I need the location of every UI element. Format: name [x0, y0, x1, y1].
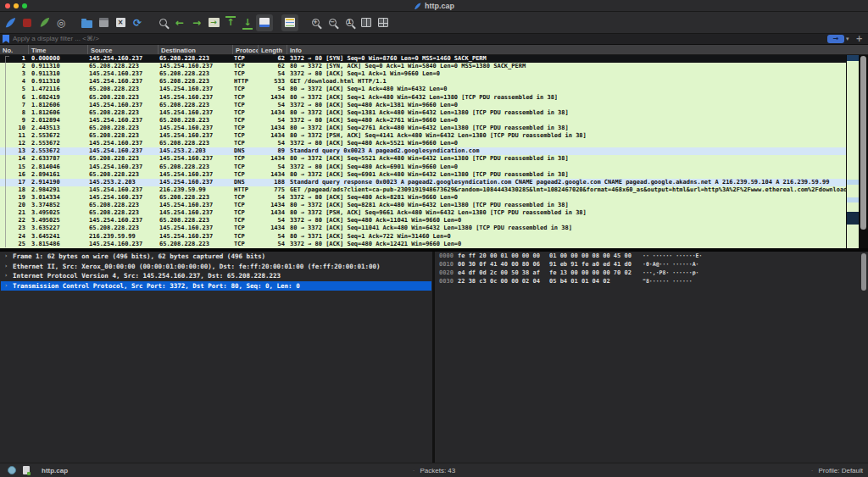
zoom-original-button[interactable]: 1 [341, 14, 358, 31]
main-toolbar: ◎×⟳←→→↑↓+−1 [0, 12, 868, 33]
title-bar: http.cap [0, 0, 868, 12]
status-profile[interactable]: ·Profile: Default [811, 467, 863, 474]
restart-capture-button[interactable] [36, 14, 53, 31]
packet-row[interactable]: 71.812606145.254.160.23765.208.228.223TC… [0, 102, 846, 109]
packet-dst: 65.208.228.223 [158, 70, 232, 78]
packet-row[interactable]: 193.014334145.254.160.23765.208.228.223T… [0, 194, 846, 202]
detail-row[interactable]: ›Frame 1: 62 bytes on wire (496 bits), 6… [1, 252, 431, 262]
zoom-in-button[interactable]: + [307, 14, 324, 31]
expand-arrow-icon[interactable]: › [4, 252, 8, 262]
packet-info: 80 → 3372 [SYN, ACK] Seq=0 Ack=1 Win=584… [287, 63, 846, 70]
column-header-protocol[interactable]: Protocol [232, 45, 258, 54]
save-file-button[interactable] [95, 14, 112, 31]
column-header-length[interactable]: Length [258, 45, 287, 54]
packet-row[interactable]: 172.914190145.253.2.203145.254.160.237DN… [0, 179, 846, 186]
packet-row[interactable]: 102.44351365.208.228.223145.254.160.237T… [0, 125, 846, 132]
packet-row[interactable]: 243.645241216.239.59.99145.254.160.237TC… [0, 233, 846, 241]
packet-row[interactable]: 112.55367265.208.228.223145.254.160.237T… [0, 132, 846, 140]
resize-columns-button[interactable] [358, 14, 375, 31]
detail-row[interactable]: ›Ethernet II, Src: Xerox_00:00:00 (00:00… [1, 262, 431, 272]
packet-row[interactable]: 61.68241965.208.228.223145.254.160.237TC… [0, 94, 846, 102]
column-header-info[interactable]: Info [287, 45, 868, 54]
display-filter-bar: Apply a display filter ... <⌘/> → ▾ + [0, 33, 868, 45]
packet-row[interactable]: 40.911310145.254.160.23765.208.228.223HT… [0, 78, 846, 86]
packet-row[interactable]: 81.81260665.208.228.223145.254.160.237TC… [0, 109, 846, 117]
hex-line[interactable]: 003022 38 c3 0c 00 00 02 0405 b4 01 01 0… [435, 277, 868, 286]
minimap-band [847, 212, 860, 225]
packet-proto: TCP [232, 225, 258, 232]
packet-no: 3 [0, 70, 28, 78]
packet-row[interactable]: 233.63522765.208.228.223145.254.160.237T… [0, 225, 846, 232]
packet-row[interactable]: 20.91131065.208.228.223145.254.160.237TC… [0, 63, 846, 70]
auto-scroll-button[interactable] [256, 14, 273, 31]
packet-src: 65.208.228.223 [87, 155, 158, 163]
add-filter-button[interactable]: + [856, 35, 863, 43]
packet-time: 3.815486 [28, 241, 87, 248]
go-to-bottom-button[interactable]: ↓ [239, 14, 256, 31]
go-back-button[interactable]: ← [171, 14, 188, 31]
packet-row[interactable]: 10.000000145.254.160.23765.208.228.223TC… [0, 55, 846, 63]
capture-options-button[interactable]: ◎ [53, 14, 70, 31]
zoom-out-button[interactable]: − [324, 14, 341, 31]
start-capture-button[interactable] [2, 14, 19, 31]
column-header-time[interactable]: Time [28, 45, 87, 54]
packet-dst: 145.254.160.237 [158, 233, 232, 241]
display-filter-input[interactable]: Apply a display filter ... <⌘/> [13, 33, 827, 45]
detail-row[interactable]: ›Internet Protocol Version 4, Src: 145.2… [1, 271, 431, 281]
column-header-no[interactable]: No. [0, 45, 28, 54]
packet-src: 65.208.228.223 [87, 109, 158, 117]
go-forward-button[interactable]: → [188, 14, 205, 31]
expand-arrow-icon[interactable]: › [4, 281, 8, 291]
apply-filter-button[interactable]: → [827, 35, 844, 43]
packet-time: 2.894161 [28, 171, 87, 179]
hex-line[interactable]: 001000 30 0f 41 40 00 80 0691 eb 91 fe a… [435, 260, 868, 269]
expand-arrow-icon[interactable]: › [4, 262, 8, 272]
packet-list-scrollbar[interactable] [859, 55, 868, 248]
packet-row[interactable]: 142.63378765.208.228.223145.254.160.237T… [0, 155, 846, 163]
status-packet-count: ·Packets: 43 [0, 467, 868, 474]
packet-row[interactable]: 182.984291145.254.160.237216.239.59.99HT… [0, 186, 846, 194]
expand-arrow-icon[interactable]: › [4, 271, 8, 281]
packet-info: 3372 → 80 [ACK] Seq=1 Ack=1 Win=9660 Len… [287, 70, 846, 78]
column-header-source[interactable]: Source [87, 45, 158, 54]
filter-dropdown-caret-icon[interactable]: ▾ [846, 36, 849, 42]
detail-row[interactable]: ›Transmission Control Protocol, Src Port… [1, 281, 431, 291]
start-capture-icon [4, 17, 16, 29]
packet-row[interactable]: 30.911310145.254.160.23765.208.228.223TC… [0, 70, 846, 78]
packet-row[interactable]: 92.012894145.254.160.23765.208.228.223TC… [0, 117, 846, 125]
packet-row[interactable]: 162.89416165.208.228.223145.254.160.237T… [0, 171, 846, 179]
packet-row[interactable]: 152.814046145.254.160.23765.208.228.223T… [0, 164, 846, 171]
filter-bookmark-icon[interactable] [3, 35, 9, 43]
find-packet-button[interactable] [154, 14, 171, 31]
packet-dst: 65.208.228.223 [158, 55, 232, 63]
packet-row[interactable]: 51.47211665.208.228.223145.254.160.237TC… [0, 86, 846, 93]
packet-row[interactable]: 223.495025145.254.160.23765.208.228.223T… [0, 217, 846, 225]
reload-file-button[interactable]: ⟳ [129, 14, 146, 31]
packet-row[interactable]: 203.37485265.208.228.223145.254.160.237T… [0, 202, 846, 209]
packet-row[interactable]: 213.49502565.208.228.223145.254.160.237T… [0, 209, 846, 217]
packet-src: 65.208.228.223 [87, 225, 158, 232]
packet-time: 0.911310 [28, 70, 87, 78]
stop-capture-button[interactable] [19, 14, 36, 31]
go-to-packet-button[interactable]: → [205, 14, 222, 31]
hex-line[interactable]: 0020e4 df 0d 2c 00 50 38 affe 13 00 00 0… [435, 269, 868, 277]
colorize-button[interactable] [281, 14, 298, 31]
column-header-destination[interactable]: Destination [158, 45, 232, 54]
bytes-scrollbar-thumb[interactable] [861, 253, 866, 291]
packet-info: 80 → 3372 [ACK] Seq=1 Ack=480 Win=6432 L… [287, 94, 846, 102]
open-file-button[interactable] [78, 14, 95, 31]
packet-row[interactable]: 122.553672145.254.160.23765.208.228.223T… [0, 140, 846, 147]
hex-line[interactable]: 0000fe ff 20 00 01 00 00 0001 00 00 00 0… [435, 252, 868, 260]
close-file-button[interactable]: × [112, 14, 129, 31]
scrollbar-thumb[interactable] [860, 56, 866, 230]
packet-row[interactable]: 253.815486145.254.160.23765.208.228.223T… [0, 241, 846, 248]
packet-info: 3372 → 80 [ACK] Seq=480 Ack=8281 Win=966… [287, 194, 846, 202]
packet-minimap[interactable] [846, 55, 859, 248]
packet-no: 15 [0, 164, 28, 171]
packet-row[interactable]: 132.553672145.254.160.237145.253.2.203DN… [0, 147, 846, 155]
packet-len: 1434 [258, 125, 287, 132]
go-to-bottom-icon: ↓ [243, 18, 251, 28]
layout-columns-button[interactable] [375, 14, 392, 31]
go-to-top-button[interactable]: ↑ [222, 14, 239, 31]
packet-proto: TCP [232, 164, 258, 171]
